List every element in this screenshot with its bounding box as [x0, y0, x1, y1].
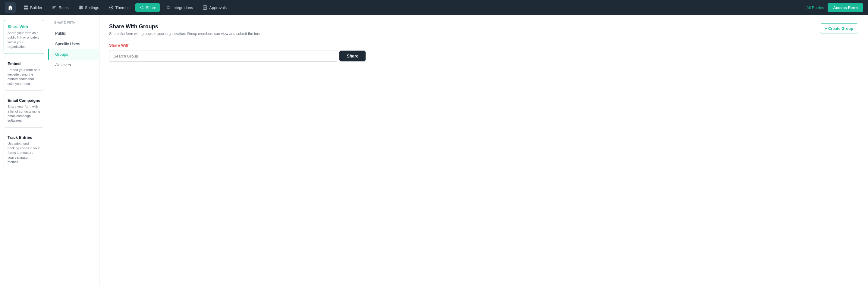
sidebar-card-email-campaigns[interactable]: Email Campaigns Share your form with a l…	[4, 94, 44, 128]
middle-nav-item-public[interactable]: Public	[48, 28, 99, 39]
main-content: Share With Groups Share the form with gr…	[99, 15, 868, 286]
approvals-icon	[203, 5, 207, 10]
svg-line-8	[141, 7, 142, 7]
nav-label-settings: Settings	[85, 5, 99, 10]
svg-point-6	[140, 7, 141, 8]
svg-rect-3	[26, 8, 28, 10]
sidebar-card-title-share-with: Share With	[7, 24, 40, 29]
all-entries-link[interactable]: All Entries	[807, 5, 824, 10]
share-with-label: Share With	[109, 43, 858, 47]
nav-item-integrations[interactable]: Integrations	[161, 3, 197, 12]
rules-icon	[52, 5, 57, 10]
svg-point-4	[110, 7, 112, 8]
nav-label-integrations: Integrations	[173, 5, 193, 10]
access-form-button[interactable]: Access Form	[828, 3, 863, 12]
content-desc: Share the form with groups in your organ…	[109, 32, 262, 36]
sidebar-card-desc-embed: Embed your form on a website using the e…	[7, 68, 40, 86]
nav-label-approvals: Approvals	[209, 5, 227, 10]
share-button[interactable]: Share	[339, 50, 366, 62]
svg-line-9	[141, 8, 142, 8]
sidebar-card-embed[interactable]: Embed Embed your form on a website using…	[4, 57, 44, 91]
home-icon	[7, 5, 13, 10]
svg-rect-0	[24, 6, 26, 7]
nav-label-share: Share	[146, 5, 156, 10]
svg-rect-2	[24, 8, 26, 10]
middle-navigation: Share With PublicSpecific UsersGroupsAll…	[48, 15, 99, 286]
themes-icon	[109, 5, 114, 10]
sidebar-card-desc-share-with: Share your form as a public link or priv…	[7, 31, 40, 49]
sidebar-card-share-with[interactable]: Share With Share your form as a public l…	[4, 20, 44, 54]
content-header: Share With Groups Share the form with gr…	[109, 24, 858, 36]
nav-label-rules: Rules	[59, 5, 68, 10]
svg-point-5	[142, 6, 143, 7]
left-sidebar: Share With Share your form as a public l…	[0, 15, 48, 286]
nav-item-share[interactable]: Share	[135, 3, 161, 12]
top-navigation: Builder Rules Settings Themes Share	[0, 0, 868, 15]
nav-item-settings[interactable]: Settings	[74, 3, 103, 12]
sidebar-card-title-track-entries: Track Entries	[7, 135, 40, 140]
content-title: Share With Groups	[109, 24, 262, 30]
sidebar-card-track-entries[interactable]: Track Entries Use advanced tracking code…	[4, 131, 44, 169]
nav-item-rules[interactable]: Rules	[48, 3, 73, 12]
main-layout: Share With Share your form as a public l…	[0, 15, 868, 286]
svg-point-7	[142, 8, 143, 9]
builder-icon	[24, 5, 28, 10]
nav-label-builder: Builder	[30, 5, 42, 10]
svg-rect-1	[26, 6, 28, 7]
sidebar-card-desc-track-entries: Use advanced tracking codes in your form…	[7, 142, 40, 165]
integrations-icon	[166, 5, 170, 10]
middle-nav-item-groups[interactable]: Groups	[48, 49, 99, 60]
nav-item-approvals[interactable]: Approvals	[198, 3, 231, 12]
share-icon	[139, 5, 144, 10]
nav-item-themes[interactable]: Themes	[104, 3, 134, 12]
settings-icon	[79, 5, 83, 10]
sidebar-card-title-embed: Embed	[7, 62, 40, 66]
nav-label-themes: Themes	[116, 5, 130, 10]
sidebar-card-title-email-campaigns: Email Campaigns	[7, 98, 40, 103]
sidebar-card-desc-email-campaigns: Share your form with a list of contacts …	[7, 104, 40, 123]
middle-nav-header: Share With	[48, 21, 99, 28]
content-header-text: Share With Groups Share the form with gr…	[109, 24, 262, 36]
nav-item-builder[interactable]: Builder	[19, 3, 46, 12]
search-group-input[interactable]	[109, 50, 338, 62]
home-button[interactable]	[5, 2, 16, 13]
create-group-button[interactable]: + Create Group	[820, 24, 858, 33]
middle-nav-item-all-users[interactable]: All Users	[48, 60, 99, 70]
topnav-right: All Entries Access Form	[807, 3, 863, 12]
middle-nav-item-specific-users[interactable]: Specific Users	[48, 39, 99, 49]
